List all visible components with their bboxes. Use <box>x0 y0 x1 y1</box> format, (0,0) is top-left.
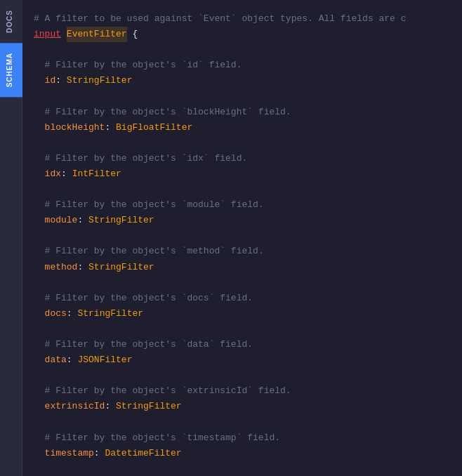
blank-line <box>34 414 462 430</box>
field-comment: # Filter by the object's `idx` field. <box>34 151 247 166</box>
field-type[interactable]: StringFilter <box>77 306 143 322</box>
tab-docs[interactable]: DOCS <box>0 0 22 43</box>
field-definition-line: blockHeight: BigFloatFilter <box>34 120 462 135</box>
main-content[interactable]: # A filter to be used against `Event` ob… <box>22 0 462 476</box>
blank-line <box>34 228 462 244</box>
field-comment: # Filter by the object's `module` field. <box>34 197 264 213</box>
field-comment: # Filter by the object's `blockHeight` f… <box>34 105 291 120</box>
blank-line <box>34 322 462 337</box>
input-declaration-line: input EventFilter { <box>34 27 462 42</box>
field-comment-line: # Filter by the object's `id` field. <box>34 58 462 73</box>
field-type[interactable]: BigFloatFilter <box>116 120 192 135</box>
tab-schema[interactable]: SCHEMA <box>0 43 22 97</box>
field-comment-line: # Filter by the object's `docs` field. <box>34 291 462 306</box>
vertical-tabs: DOCS SCHEMA <box>0 0 22 476</box>
field-name: data <box>45 352 67 368</box>
field-name: method <box>45 260 78 275</box>
field-comment-line: # Filter by the object's `module` field. <box>34 197 462 213</box>
code-block: # A filter to be used against `Event` ob… <box>22 0 462 476</box>
blank-line <box>34 182 462 197</box>
field-comment-line: # Filter by the object's `idx` field. <box>34 151 462 166</box>
field-name: extrinsicId <box>45 399 105 414</box>
field-type[interactable]: StringFilter <box>88 213 154 228</box>
field-definition-line: docs: StringFilter <box>34 306 462 322</box>
field-comment: # Filter by the object's `timestamp` fie… <box>34 430 280 446</box>
input-keyword: input <box>34 27 61 42</box>
field-name: docs <box>45 306 67 322</box>
field-definition-line: id: StringFilter <box>34 73 462 88</box>
fields-container: # Filter by the object's `id` field. id:… <box>34 42 462 461</box>
field-name: blockHeight <box>45 120 105 135</box>
field-definition-line: timestamp: DatetimeFilter <box>34 446 462 461</box>
field-comment: # Filter by the object's `method` field. <box>34 244 264 259</box>
field-definition-line: extrinsicId: StringFilter <box>34 399 462 414</box>
field-comment-line: # Filter by the object's `blockHeight` f… <box>34 105 462 120</box>
type-name: EventFilter <box>67 27 127 42</box>
field-type[interactable]: StringFilter <box>88 260 154 275</box>
blank-line <box>34 275 462 291</box>
field-comment-line: # Filter by the object's `extrinsicId` f… <box>34 383 462 399</box>
field-definition-line: idx: IntFilter <box>34 166 462 182</box>
field-type[interactable]: StringFilter <box>116 399 182 414</box>
field-name: module <box>45 213 78 228</box>
field-definition-line: module: StringFilter <box>34 213 462 228</box>
field-comment: # Filter by the object's `extrinsicId` f… <box>34 383 291 399</box>
field-comment: # Filter by the object's `docs` field. <box>34 291 253 306</box>
field-name: idx <box>45 166 61 182</box>
field-comment-line: # Filter by the object's `data` field. <box>34 337 462 352</box>
header-comment-line: # A filter to be used against `Event` ob… <box>34 11 462 27</box>
field-type[interactable]: StringFilter <box>67 73 133 88</box>
field-definition-line: data: JSONFilter <box>34 352 462 368</box>
field-comment: # Filter by the object's `id` field. <box>34 58 242 73</box>
field-comment-line: # Filter by the object's `method` field. <box>34 244 462 259</box>
field-name: timestamp <box>45 446 94 461</box>
header-comment: # A filter to be used against `Event` ob… <box>34 11 407 27</box>
blank-line <box>34 42 462 58</box>
field-comment-line: # Filter by the object's `timestamp` fie… <box>34 430 462 446</box>
open-brace: { <box>127 27 138 42</box>
blank-line <box>34 135 462 151</box>
blank-line <box>34 368 462 383</box>
field-comment: # Filter by the object's `data` field. <box>34 337 253 352</box>
field-type[interactable]: JSONFilter <box>77 352 132 368</box>
field-type[interactable]: IntFilter <box>72 166 121 182</box>
field-type[interactable]: DatetimeFilter <box>105 446 181 461</box>
field-name: id <box>45 73 56 88</box>
field-definition-line: method: StringFilter <box>34 260 462 275</box>
blank-line <box>34 88 462 104</box>
